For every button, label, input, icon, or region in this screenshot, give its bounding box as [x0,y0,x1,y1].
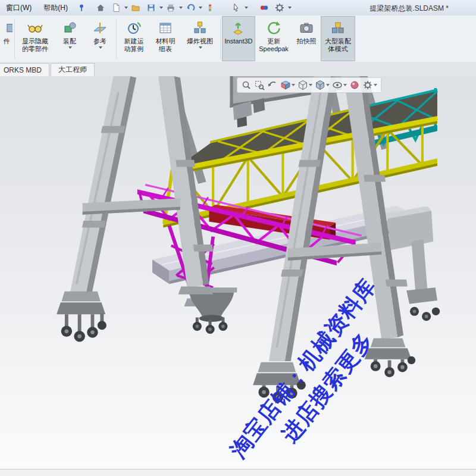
assembly-features-icon [62,18,77,37]
ribbon-button-partial[interactable]: 件 [0,16,13,61]
exploded-view-icon [192,18,208,37]
ribbon-separator [220,18,221,59]
zoom-area-icon[interactable] [253,80,266,90]
select-arrow-caret-icon[interactable] [245,7,248,9]
view-orientation-icon[interactable] [296,80,314,90]
update-speedpak-icon [266,18,281,37]
exploded-view-caret-icon [199,46,202,49]
large-assembly-mode-button[interactable]: 大型装配 体模式 [321,16,355,61]
pin-icon[interactable] [74,1,89,14]
motion-study-icon [126,18,142,37]
rebuild-icon[interactable] [203,1,217,14]
bom-button[interactable]: 材料明 细表 [150,16,181,61]
display-style-icon[interactable] [314,80,331,90]
new-document-icon[interactable] [109,1,123,14]
window-title: 提梁架桥总装.SLDASM * [369,4,449,14]
new-document-caret-icon[interactable] [124,7,128,9]
command-manager-tabs: ORKS MBD 大工程师 [0,62,476,77]
menu-window[interactable]: 窗口(W) [0,1,37,15]
undo-icon[interactable] [183,1,198,14]
status-bar [0,469,476,476]
command-manager-ribbon: 件 显示隐藏 的零部件 装配 参考 [0,15,476,62]
section-view-icon[interactable] [279,80,296,90]
heads-up-view-toolbar [237,77,381,93]
snapshot-button[interactable]: 拍快照 [292,16,321,61]
settings-caret-icon[interactable] [288,7,292,9]
instant3d-icon [231,18,246,37]
tab-da-gong-cheng-shi[interactable]: 大工程师 [51,63,95,76]
reference-geometry-button[interactable]: 参考 [85,16,115,61]
large-assembly-mode-icon [330,18,346,37]
new-motion-study-button[interactable]: 新建运 动算例 [118,16,150,61]
hide-show-items-icon[interactable] [331,80,348,90]
assembly-features-caret-icon [68,46,72,49]
home-icon[interactable] [93,1,108,14]
undo-caret-icon[interactable] [199,7,202,9]
save-icon[interactable] [144,1,158,14]
zoom-fit-icon[interactable] [240,80,253,90]
open-icon[interactable] [129,1,143,14]
previous-view-icon[interactable] [266,80,279,90]
ribbon-separator [116,18,117,59]
snapshot-icon [299,18,314,37]
ribbon-separator [14,18,15,59]
instant3d-button[interactable]: Instant3D [222,16,255,61]
settings-gear-icon[interactable] [273,1,287,14]
tab-solidworks-mbd[interactable]: ORKS MBD [0,63,49,76]
view-settings-icon[interactable] [361,80,378,90]
solidworks-window: 窗口(W) 帮助(H) [0,0,476,476]
gantry-crane-model[interactable] [0,76,476,469]
graphics-viewport[interactable]: 淘宝店铺：机械资料库 进店搜索更多 [0,76,476,469]
menu-help[interactable]: 帮助(H) [37,1,74,15]
material-spheres-icon[interactable] [257,1,271,14]
show-hidden-components-icon [27,18,43,37]
print-caret-icon[interactable] [179,7,183,9]
reference-geometry-caret-icon [99,46,102,49]
bom-icon [158,18,173,37]
reference-geometry-icon [92,18,108,37]
select-arrow-icon[interactable] [229,1,243,14]
print-icon[interactable] [164,1,178,14]
assembly-features-button[interactable]: 装配 [54,16,85,61]
show-hidden-components-button[interactable]: 显示隐藏 的零部件 [16,16,54,61]
partial-icon [0,18,13,37]
save-caret-icon[interactable] [159,7,163,9]
exploded-view-button[interactable]: 爆炸视图 [181,16,219,61]
menu-bar: 窗口(W) 帮助(H) [0,0,476,16]
edit-appearance-icon[interactable] [348,80,361,90]
update-speedpak-button[interactable]: 更新 Speedpak [255,16,292,61]
